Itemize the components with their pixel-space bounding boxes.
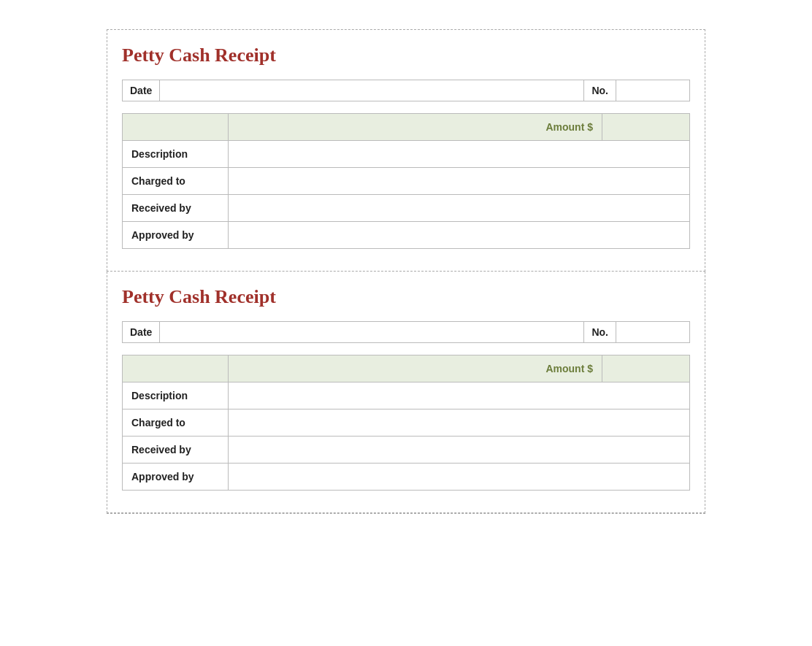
receipt-1-row-approved: Approved by [123,222,690,249]
receipt-2-charged-value [229,409,690,437]
receipt-2-no-input[interactable] [616,323,689,342]
bottom-divider [107,513,705,514]
receipt-2-date-row: Date No. [122,321,690,343]
receipt-2-header-right [602,355,690,382]
receipt-2-description-value [229,382,690,409]
receipt-2-row-description: Description [123,382,690,409]
receipt-1-received-label: Received by [123,195,229,222]
receipt-2-approved-label: Approved by [123,464,229,491]
receipt-2-date-label: Date [123,322,160,342]
receipt-2-charged-label: Charged to [123,409,229,437]
receipt-1: Petty Cash Receipt Date No. Amount $ Des… [107,29,705,272]
receipt-1-row-received: Received by [123,195,690,222]
receipt-1-charged-label: Charged to [123,168,229,195]
page-container: Petty Cash Receipt Date No. Amount $ Des… [15,15,797,646]
receipt-2-row-approved: Approved by [123,464,690,491]
receipt-1-header-right [602,114,690,141]
receipt-2-table: Amount $ Description Charged to Received… [122,355,690,491]
receipt-1-amount-header: Amount $ [229,114,602,141]
receipt-1-table: Amount $ Description Charged to Received… [122,113,690,249]
receipt-2-approved-value [229,464,690,491]
receipt-1-description-value [229,141,690,168]
receipt-1-date-input[interactable] [160,81,583,101]
receipt-1-approved-label: Approved by [123,222,229,249]
receipt-2-row-charged: Charged to [123,409,690,437]
receipt-1-title: Petty Cash Receipt [122,45,690,66]
receipt-2-date-input[interactable] [160,323,583,342]
receipt-2: Petty Cash Receipt Date No. Amount $ Des… [107,272,705,513]
receipt-2-received-value [229,437,690,464]
receipt-1-approved-value [229,222,690,249]
receipt-2-row-received: Received by [123,437,690,464]
receipt-1-date-row: Date No. [122,80,690,101]
receipt-1-row-description: Description [123,141,690,168]
receipt-2-amount-header: Amount $ [229,355,602,382]
receipt-1-description-label: Description [123,141,229,168]
receipt-1-charged-value [229,168,690,195]
receipt-2-received-label: Received by [123,437,229,464]
receipt-2-description-label: Description [123,382,229,409]
receipt-1-received-value [229,195,690,222]
receipt-1-no-label: No. [583,80,616,101]
receipt-1-row-charged: Charged to [123,168,690,195]
receipt-1-no-input[interactable] [616,81,689,101]
receipt-2-no-label: No. [583,322,616,342]
receipt-2-title: Petty Cash Receipt [122,286,690,308]
receipt-1-header-left [123,114,229,141]
receipt-2-header-left [123,355,229,382]
receipt-1-date-label: Date [123,80,160,101]
